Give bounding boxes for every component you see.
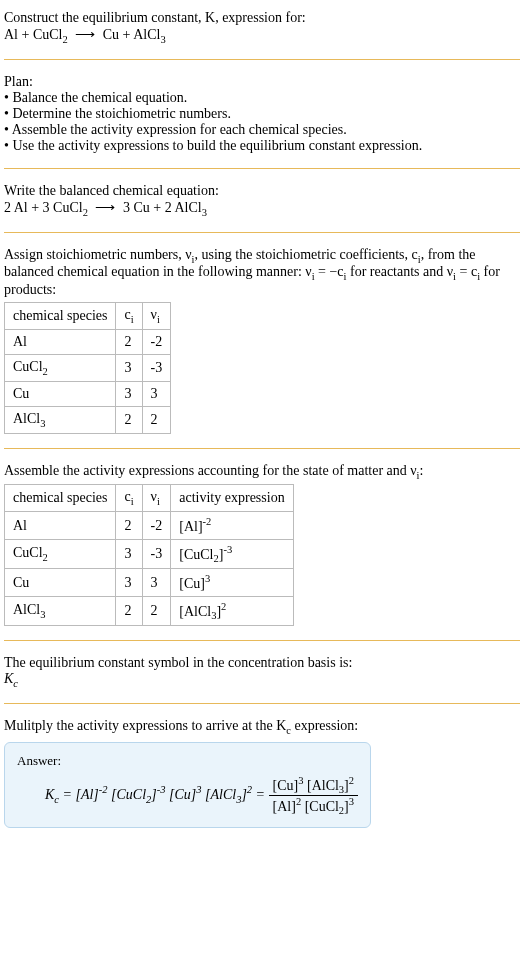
cell-vi: 3 (142, 569, 171, 597)
table-row: CuCl2 3 -3 (5, 354, 171, 381)
col-vi: νi (142, 303, 171, 330)
plan-item-1-text: Balance the chemical equation. (12, 90, 187, 105)
cell-ci: 2 (116, 596, 142, 625)
cell-species: Cu (5, 569, 116, 597)
multiply-section: Mulitply the activity expressions to arr… (4, 712, 520, 834)
table-row: Cu 3 3 [Cu]3 (5, 569, 294, 597)
col-vi: νi (142, 485, 171, 512)
divider (4, 232, 520, 233)
answer-fraction: [Cu]3 [AlCl3]2 [Al]2 [CuCl2]3 (269, 775, 358, 817)
answer-numerator: [Cu]3 [AlCl3]2 (269, 775, 358, 795)
cell-activity: [Cu]3 (171, 569, 293, 597)
balanced-equation: 2 Al + 3 CuCl2 ⟶ 3 Cu + 2 AlCl3 (4, 199, 520, 218)
cell-vi: -2 (142, 329, 171, 354)
cell-ci: 2 (116, 406, 142, 433)
cell-vi: -2 (142, 512, 171, 540)
plan-heading: Plan: (4, 74, 520, 90)
cell-ci: 2 (116, 512, 142, 540)
plan-section: Plan: • Balance the chemical equation. •… (4, 68, 520, 160)
cell-ci: 3 (116, 569, 142, 597)
cell-ci: 3 (116, 381, 142, 406)
divider (4, 448, 520, 449)
cell-ci: 2 (116, 329, 142, 354)
cell-species: Cu (5, 381, 116, 406)
table-row: AlCl3 2 2 (5, 406, 171, 433)
plan-item-3-text: Assemble the activity expression for eac… (12, 122, 347, 137)
col-ci: ci (116, 303, 142, 330)
plan-item-2: • Determine the stoichiometric numbers. (4, 106, 520, 122)
plan-item-3: • Assemble the activity expression for e… (4, 122, 520, 138)
cell-species: AlCl3 (5, 406, 116, 433)
table-header-row: chemical species ci νi (5, 303, 171, 330)
balanced-section: Write the balanced chemical equation: 2 … (4, 177, 520, 224)
cell-ci: 3 (116, 539, 142, 568)
divider (4, 59, 520, 60)
cell-activity: [AlCl3]2 (171, 596, 293, 625)
stoich-intro: Assign stoichiometric numbers, νi, using… (4, 247, 520, 299)
stoich-table: chemical species ci νi Al 2 -2 CuCl2 3 -… (4, 302, 171, 433)
cell-species: Al (5, 512, 116, 540)
cell-species: Al (5, 329, 116, 354)
cell-activity: [CuCl2]-3 (171, 539, 293, 568)
table-header-row: chemical species ci νi activity expressi… (5, 485, 294, 512)
prompt-section: Construct the equilibrium constant, K, e… (4, 4, 520, 51)
answer-denominator: [Al]2 [CuCl2]3 (269, 795, 358, 816)
cell-vi: -3 (142, 539, 171, 568)
cell-species: AlCl3 (5, 596, 116, 625)
table-row: AlCl3 2 2 [AlCl3]2 (5, 596, 294, 625)
symbol-section: The equilibrium constant symbol in the c… (4, 649, 520, 695)
activity-intro: Assemble the activity expressions accoun… (4, 463, 520, 481)
cell-species: CuCl2 (5, 539, 116, 568)
plan-item-4-text: Use the activity expressions to build th… (12, 138, 422, 153)
divider (4, 640, 520, 641)
table-row: Cu 3 3 (5, 381, 171, 406)
cell-vi: 3 (142, 381, 171, 406)
answer-lhs: Kc = [Al]-2 [CuCl2]-3 [Cu]3 [AlCl3]2 = (45, 787, 269, 802)
symbol-kc: Kc (4, 671, 520, 689)
cell-vi: 2 (142, 406, 171, 433)
answer-expression: Kc = [Al]-2 [CuCl2]-3 [Cu]3 [AlCl3]2 = [… (17, 775, 358, 817)
activity-table: chemical species ci νi activity expressi… (4, 484, 294, 626)
plan-item-2-text: Determine the stoichiometric numbers. (12, 106, 231, 121)
answer-label: Answer: (17, 753, 358, 769)
table-row: Al 2 -2 (5, 329, 171, 354)
divider (4, 168, 520, 169)
divider (4, 703, 520, 704)
cell-vi: 2 (142, 596, 171, 625)
table-row: CuCl2 3 -3 [CuCl2]-3 (5, 539, 294, 568)
col-ci: ci (116, 485, 142, 512)
cell-vi: -3 (142, 354, 171, 381)
balanced-heading: Write the balanced chemical equation: (4, 183, 520, 199)
prompt-equation: Al + CuCl2 ⟶ Cu + AlCl3 (4, 26, 520, 45)
cell-ci: 3 (116, 354, 142, 381)
col-species: chemical species (5, 303, 116, 330)
stoich-section: Assign stoichiometric numbers, νi, using… (4, 241, 520, 440)
activity-section: Assemble the activity expressions accoun… (4, 457, 520, 633)
cell-activity: [Al]-2 (171, 512, 293, 540)
plan-item-1: • Balance the chemical equation. (4, 90, 520, 106)
symbol-intro: The equilibrium constant symbol in the c… (4, 655, 520, 671)
prompt-line-1: Construct the equilibrium constant, K, e… (4, 10, 520, 26)
table-row: Al 2 -2 [Al]-2 (5, 512, 294, 540)
col-activity: activity expression (171, 485, 293, 512)
plan-item-4: • Use the activity expressions to build … (4, 138, 520, 154)
multiply-intro: Mulitply the activity expressions to arr… (4, 718, 520, 736)
col-species: chemical species (5, 485, 116, 512)
cell-species: CuCl2 (5, 354, 116, 381)
answer-box: Answer: Kc = [Al]-2 [CuCl2]-3 [Cu]3 [AlC… (4, 742, 371, 828)
